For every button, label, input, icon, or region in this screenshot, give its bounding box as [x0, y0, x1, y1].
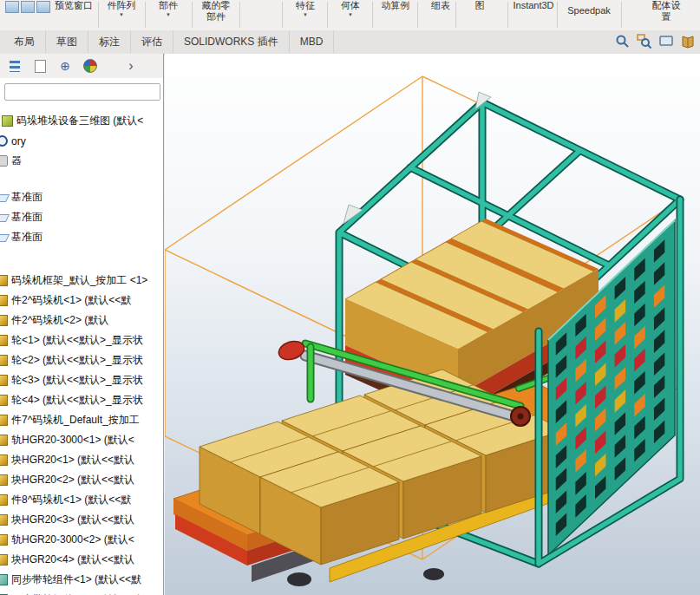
part-icon — [0, 335, 8, 346]
tree-item-11[interactable]: 轮<3> (默认<<默认>_显示状 — [0, 370, 163, 390]
ribbon-separator — [239, 2, 240, 28]
tree-item-8[interactable]: 件2^码垛机<2> (默认 — [0, 311, 163, 330]
tab-2[interactable]: 标注 — [88, 30, 131, 53]
displaymanager-icon[interactable] — [82, 58, 98, 74]
tree-item-7[interactable]: 件2^码垛机<1> (默认<<默 — [0, 291, 163, 311]
tree-item-21[interactable]: 同步带轮组件<1> (默认<<默 — [0, 570, 163, 590]
tree-item-label: 基准面 — [11, 210, 43, 225]
sensor-icon — [0, 155, 8, 167]
ribbon-button-10[interactable]: Speedpak — [559, 0, 618, 16]
ribbon-separator — [417, 2, 418, 28]
configuration-icon[interactable]: ⊕ — [57, 58, 73, 74]
dropdown-arrow-icon: ▼ — [283, 11, 328, 18]
graphics-area[interactable] — [165, 54, 700, 595]
tree-item-4[interactable]: 基准面 — [0, 207, 163, 227]
3d-model-canvas[interactable] — [165, 54, 700, 595]
feature-tree: 码垛堆垛设备三维图 (默认<ory器基准面基准面基准面码垛机框架_默认_按加工 … — [0, 109, 163, 595]
tree-item-label: 轮<2> (默认<<默认>_显示状 — [11, 353, 143, 368]
tree-item-15[interactable]: 块HGR20<1> (默认<<默认 — [0, 450, 163, 470]
component-preview-icon[interactable] — [21, 1, 35, 13]
ribbon-button-0[interactable]: 预览窗口 — [51, 0, 96, 11]
ribbon-button-8[interactable]: 图 — [457, 0, 502, 11]
magnifier-icon[interactable] — [615, 34, 631, 49]
tree-item-20[interactable]: 块HGR20<4> (默认<<默认 — [0, 550, 163, 570]
history-icon — [0, 135, 8, 147]
tree-item-label: 件7^码垛机_Default_按加工 — [11, 413, 140, 428]
tree-item-label: 同步带轮组件<1> (默认<<默 — [11, 572, 141, 587]
part-icon — [0, 415, 8, 426]
featuremanager-tree-icon[interactable] — [7, 58, 23, 74]
tree-item-0[interactable]: 码垛堆垛设备三维图 (默认< — [0, 111, 163, 131]
tab-4[interactable]: SOLIDWORKS 插件 — [173, 30, 290, 53]
part-icon — [0, 494, 8, 506]
dropdown-arrow-icon: ▼ — [328, 11, 373, 18]
propertymanager-icon[interactable] — [32, 58, 48, 74]
tree-item-label: 码垛机框架_默认_按加工 <1> — [11, 273, 147, 288]
subasm-icon — [0, 574, 8, 585]
roller-wheel — [423, 568, 444, 580]
plane-icon — [0, 194, 10, 202]
tree-item-14[interactable]: 轨HGR20-3000<1> (默认< — [0, 430, 163, 450]
tree-item-19[interactable]: 轨HGR20-3000<2> (默认< — [0, 530, 163, 550]
tree-item-label: 轮<4> (默认<<默认>_显示状 — [11, 393, 143, 408]
ribbon-button-11[interactable]: 配体设置 — [644, 0, 689, 23]
roller-wheel — [287, 572, 311, 586]
tree-item-12[interactable]: 轮<4> (默认<<默认>_显示状 — [0, 390, 163, 410]
assembly-window-icon[interactable] — [36, 1, 50, 13]
ribbon-button-9[interactable]: Instant3D — [510, 0, 557, 11]
tree-item-label: 轮<1> (默认<<默认>_显示状 — [11, 333, 143, 348]
feature-filter-input[interactable] — [4, 83, 160, 101]
tree-item-label: 件8^码垛机<1> (默认<<默 — [11, 493, 131, 507]
tree-item-label: 轮<3> (默认<<默认>_显示状 — [11, 373, 143, 388]
tree-item-17[interactable]: 件8^码垛机<1> (默认<<默 — [0, 490, 163, 510]
plane-icon — [0, 214, 10, 222]
tab-0[interactable]: 布局 — [3, 30, 46, 53]
window-preview-icon[interactable] — [5, 1, 19, 13]
ribbon-separator — [145, 2, 146, 28]
tab-5[interactable]: MBD — [290, 30, 335, 53]
tree-item-label: 基准面 — [11, 230, 43, 245]
part-icon — [0, 375, 8, 386]
tree-item-10[interactable]: 轮<2> (默认<<默认>_显示状 — [0, 350, 163, 370]
ribbon: 预览窗口件阵列▼部件▼藏的零部件特征▼何体▼动算例细表图Instant3DSpe… — [0, 0, 700, 31]
tree-item-6[interactable]: 码垛机框架_默认_按加工 <1> — [0, 271, 163, 291]
tree-item-label: 基准面 — [11, 190, 43, 205]
assembly-icon — [2, 115, 13, 127]
expand-chevron-icon[interactable]: › — [123, 58, 139, 74]
tree-item-label: 件2^码垛机<1> (默认<<默 — [11, 293, 131, 308]
tree-item-3[interactable]: 基准面 — [0, 187, 163, 207]
tree-item-5[interactable]: 基准面 — [0, 227, 163, 247]
help-book-icon[interactable] — [680, 34, 696, 49]
ribbon-separator — [98, 2, 99, 28]
ribbon-separator — [455, 2, 456, 28]
ribbon-button-3[interactable]: 藏的零部件 — [193, 0, 239, 23]
part-icon — [0, 295, 8, 306]
part-icon — [0, 435, 8, 446]
ribbon-button-6[interactable]: 动算例 — [373, 0, 418, 11]
part-icon — [0, 355, 8, 366]
part-icon — [0, 315, 8, 326]
tree-item-22[interactable]: 同步带轮组件<2> (默认<<默 — [0, 590, 163, 595]
ribbon-button-5[interactable]: 何体▼ — [328, 0, 373, 18]
zoom-area-icon[interactable] — [637, 34, 652, 49]
part-icon — [0, 275, 8, 286]
tree-item-16[interactable]: 块HGR20<2> (默认<<默认 — [0, 470, 163, 490]
ribbon-button-4[interactable]: 特征▼ — [283, 0, 328, 18]
tree-item-13[interactable]: 件7^码垛机_Default_按加工 — [0, 410, 163, 430]
part-icon — [0, 454, 8, 466]
tree-item-9[interactable]: 轮<1> (默认<<默认>_显示状 — [0, 330, 163, 350]
tree-item-1[interactable]: ory — [0, 131, 163, 151]
ribbon-separator — [282, 2, 283, 28]
ribbon-separator — [372, 2, 373, 28]
tab-1[interactable]: 草图 — [46, 30, 88, 53]
tree-item-label: 块HGR20<3> (默认<<默认 — [11, 513, 134, 527]
ribbon-separator — [327, 2, 328, 28]
ribbon-button-2[interactable]: 部件▼ — [146, 0, 191, 18]
tree-item-label: 块HGR20<4> (默认<<默认 — [11, 552, 134, 567]
tree-item-2[interactable]: 器 — [0, 151, 163, 171]
tree-item-18[interactable]: 块HGR20<3> (默认<<默认 — [0, 510, 163, 530]
ribbon-button-1[interactable]: 件阵列▼ — [99, 0, 144, 18]
screen-icon[interactable] — [658, 34, 674, 49]
ribbon-separator — [507, 2, 508, 28]
tab-3[interactable]: 评估 — [131, 30, 173, 53]
